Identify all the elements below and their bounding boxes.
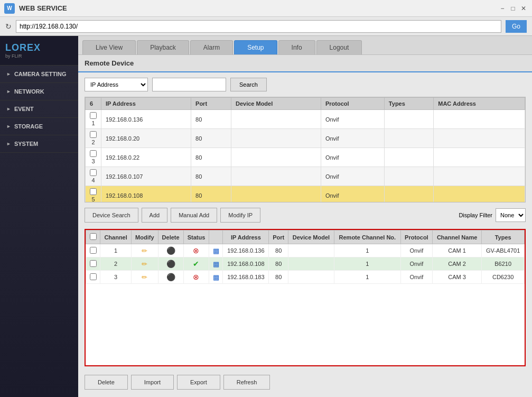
- ch-cell-delete[interactable]: ⚫: [158, 271, 183, 284]
- tab-logout[interactable]: Logout: [316, 40, 362, 54]
- display-filter-area: Display Filter None: [459, 208, 526, 222]
- refresh-button[interactable]: Refresh: [223, 375, 270, 390]
- tab-info[interactable]: Info: [278, 40, 315, 54]
- ch-cell-remote-ch: 1: [334, 271, 400, 284]
- url-input[interactable]: [16, 20, 501, 33]
- row-cell-ip: 192.168.0.20: [101, 129, 191, 148]
- refresh-icon[interactable]: ↻: [5, 22, 12, 31]
- channel-row[interactable]: 3 ✏ ⚫ ⊗ ▩ 192.168.0.183 80 1 Onvif CAM 3…: [86, 271, 525, 284]
- ch-checkbox[interactable]: [90, 273, 97, 280]
- edit-icon[interactable]: ✏: [142, 273, 147, 281]
- export-button[interactable]: Export: [177, 375, 220, 390]
- channel-row[interactable]: 1 ✏ ⚫ ⊗ ▩ 192.168.0.136 80 1 Onvif CAM 1…: [86, 244, 525, 257]
- manual-add-button[interactable]: Manual Add: [171, 208, 217, 223]
- table-row[interactable]: 1 192.168.0.136 80 Onvif: [86, 110, 525, 129]
- ch-cell-screen[interactable]: ▩: [209, 271, 223, 284]
- row-cell-types: [384, 110, 433, 129]
- import-button[interactable]: Import: [131, 375, 174, 390]
- col-header-types: Types: [384, 98, 433, 110]
- ch-cell-status: ⊗: [183, 271, 209, 284]
- channel-table-wrapper: Channel Modify Delete Status IP Address …: [85, 229, 526, 366]
- ch-cell-model: [288, 271, 334, 284]
- sidebar-item-storage[interactable]: ► STORAGE: [0, 118, 78, 135]
- ch-cell-modify[interactable]: ✏: [132, 257, 158, 271]
- row-checkbox[interactable]: [90, 112, 97, 119]
- ch-header-channel: Channel: [100, 230, 132, 244]
- ch-cell-delete[interactable]: ⚫: [158, 244, 183, 257]
- screen-icon[interactable]: ▩: [213, 273, 219, 281]
- ch-header-ch-name: Channel Name: [432, 230, 481, 244]
- ch-cell-port: 80: [269, 244, 288, 257]
- sidebar-item-network[interactable]: ► NETWORK: [0, 83, 78, 100]
- sidebar: LOREX by FLIR ► CAMERA SETTING ► NETWORK…: [0, 36, 78, 397]
- table-row[interactable]: 3 192.168.0.22 80 Onvif: [86, 148, 525, 167]
- ch-cell-modify[interactable]: ✏: [132, 271, 158, 284]
- select-all-checkbox[interactable]: [90, 233, 97, 240]
- table-row[interactable]: 2 192.168.0.20 80 Onvif: [86, 129, 525, 148]
- ch-cell-protocol: Onvif: [400, 257, 432, 271]
- tab-alarm[interactable]: Alarm: [190, 40, 233, 54]
- content-area: Live View Playback Alarm Setup Info Logo…: [78, 36, 532, 397]
- tab-setup[interactable]: Setup: [234, 40, 277, 54]
- col-header-mac: MAC Address: [434, 98, 525, 110]
- ch-header-delete: Delete: [158, 230, 183, 244]
- tab-playback[interactable]: Playback: [137, 40, 189, 54]
- ch-cell-protocol: Onvif: [400, 271, 432, 284]
- minimize-button[interactable]: −: [498, 4, 507, 13]
- table-row[interactable]: 4 192.168.0.107 80 Onvif: [86, 167, 525, 186]
- ch-checkbox[interactable]: [90, 260, 97, 267]
- ch-cell-modify[interactable]: ✏: [132, 244, 158, 257]
- status-remove-icon: ⊗: [193, 246, 199, 255]
- ch-cell-types: GV-ABL4701: [482, 244, 525, 257]
- ch-header-status: Status: [183, 230, 209, 244]
- ch-cell-screen[interactable]: ▩: [209, 244, 223, 257]
- search-type-select[interactable]: IP Address MAC Address: [85, 78, 148, 91]
- row-cell-check: 3: [86, 148, 101, 167]
- row-checkbox[interactable]: [90, 169, 97, 176]
- modify-ip-button[interactable]: Modify IP: [220, 208, 260, 223]
- screen-icon[interactable]: ▩: [213, 260, 219, 268]
- app-title: WEB SERVICE: [19, 4, 67, 12]
- ch-cell-ip: 192.168.0.108: [223, 257, 269, 271]
- table-row[interactable]: 5 192.168.0.108 80 Onvif: [86, 186, 525, 203]
- status-red-icon: ⚫: [166, 273, 175, 281]
- edit-icon[interactable]: ✏: [142, 247, 147, 255]
- ch-cell-check: [86, 271, 100, 284]
- device-search-button[interactable]: Device Search: [85, 208, 138, 223]
- row-cell-model: [231, 110, 321, 129]
- add-button[interactable]: Add: [142, 208, 168, 223]
- filter-select[interactable]: None: [496, 208, 526, 222]
- row-checkbox[interactable]: [90, 131, 97, 138]
- row-cell-port: 80: [191, 167, 231, 186]
- ch-cell-name: CAM 1: [432, 244, 481, 257]
- ch-cell-model: [288, 244, 334, 257]
- row-checkbox[interactable]: [90, 188, 97, 195]
- ch-header-model: Device Model: [288, 230, 334, 244]
- row-checkbox[interactable]: [90, 150, 97, 157]
- sidebar-item-system[interactable]: ► SYSTEM: [0, 135, 78, 153]
- row-cell-ip: 192.168.0.22: [101, 148, 191, 167]
- tab-live-view[interactable]: Live View: [82, 40, 136, 54]
- ch-cell-delete[interactable]: ⚫: [158, 257, 183, 271]
- search-button[interactable]: Search: [230, 78, 267, 91]
- go-button[interactable]: Go: [506, 20, 527, 33]
- row-cell-types: [384, 167, 433, 186]
- screen-icon[interactable]: ▩: [213, 247, 219, 255]
- edit-icon[interactable]: ✏: [142, 260, 147, 268]
- ch-header-port: Port: [269, 230, 288, 244]
- channel-row[interactable]: 2 ✏ ⚫ ✔ ▩ 192.168.0.108 80 1 Onvif CAM 2…: [86, 257, 525, 271]
- page-content: Remote Device IP Address MAC Address Sea…: [78, 55, 532, 397]
- search-input[interactable]: [152, 78, 226, 91]
- close-button[interactable]: ✕: [519, 4, 528, 13]
- status-remove-icon: ⊗: [193, 273, 199, 281]
- row-cell-mac: [434, 186, 525, 203]
- ch-checkbox[interactable]: [90, 247, 97, 254]
- ch-cell-types: CD6230: [482, 271, 525, 284]
- sidebar-item-event[interactable]: ► EVENT: [0, 100, 78, 118]
- sidebar-item-camera-setting[interactable]: ► CAMERA SETTING: [0, 66, 78, 83]
- row-cell-protocol: Onvif: [321, 148, 384, 167]
- delete-button[interactable]: Delete: [85, 375, 128, 390]
- restore-button[interactable]: □: [509, 4, 517, 13]
- ch-cell-name: CAM 3: [432, 271, 481, 284]
- ch-cell-screen[interactable]: ▩: [209, 257, 223, 271]
